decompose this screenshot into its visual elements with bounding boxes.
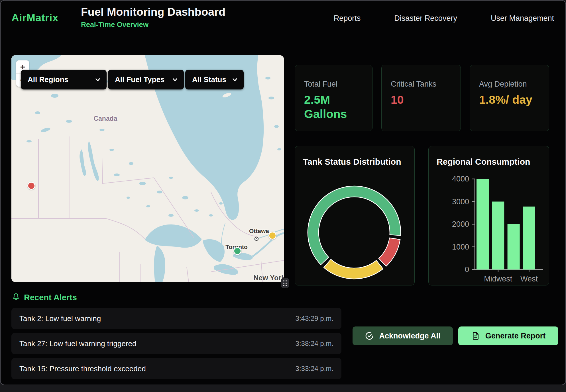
fuel-type-filter-dropdown[interactable]: All Fuel Types [108, 70, 184, 89]
generate-report-label: Generate Report [485, 332, 546, 340]
alert-text: Tank 15: Pressure threshold exceeded [19, 364, 146, 373]
chevron-down-icon [95, 77, 101, 83]
tank-status-donut-chart [295, 146, 415, 286]
alert-row[interactable]: Tank 15: Pressure threshold exceeded 3:3… [11, 358, 341, 379]
dashboard-window: AirMatrix Fuel Monitoring Dashboard Real… [0, 0, 566, 385]
map-label-new-york: New York [253, 274, 284, 282]
page-subtitle: Real-Time Overview [81, 21, 225, 29]
donut-segment-warning [324, 259, 383, 279]
region-filter-value: All Regions [28, 75, 68, 84]
bar-3 [523, 207, 535, 270]
stat-card-total-fuel: Total Fuel 2.5M Gallons [295, 65, 372, 131]
brand-logo: AirMatrix [11, 12, 58, 24]
chart-title: Tank Status Distribution [303, 157, 401, 167]
y-axis-tick-label: 1000 [452, 243, 469, 251]
x-axis-tick-label: West [520, 275, 538, 283]
regional-consumption-chart-card: Regional Consumption 01000200030004000Mi… [428, 146, 549, 285]
y-axis-tick-label: 2000 [452, 220, 469, 228]
alert-text: Tank 2: Low fuel warning [19, 314, 101, 323]
generate-report-button[interactable]: Generate Report [458, 326, 558, 345]
alert-row[interactable]: Tank 2: Low fuel warning 3:43:29 p.m. [11, 308, 341, 329]
stat-value: 2.5M Gallons [304, 93, 364, 121]
alert-time: 3:43:29 p.m. [296, 315, 333, 322]
bar-0 [477, 179, 489, 270]
alert-time: 3:38:24 p.m. [296, 340, 333, 348]
tank-marker-critical[interactable] [27, 182, 35, 190]
stat-value: 1.8%/ day [479, 93, 540, 107]
y-axis-tick-label: 0 [465, 265, 469, 274]
status-filter-dropdown[interactable]: All Status [185, 70, 244, 89]
stat-label: Critical Tanks [391, 80, 452, 89]
stat-label: Total Fuel [304, 80, 364, 89]
donut-segment-critical [379, 238, 400, 266]
chevron-down-icon [232, 77, 238, 83]
chevron-down-icon [172, 77, 178, 83]
regional-consumption-bar-chart: 01000200030004000MidwestWest [429, 146, 549, 286]
tank-marker-normal[interactable] [233, 247, 241, 255]
tank-marker-warning[interactable] [268, 232, 276, 240]
tank-status-chart-card: Tank Status Distribution [295, 146, 415, 285]
map-label-ottawa: Ottawa [249, 228, 269, 234]
stat-label: Avg Depletion [479, 80, 540, 89]
y-axis-tick-label: 3000 [452, 197, 469, 206]
alert-row[interactable]: Tank 27: Low fuel warning triggered 3:38… [11, 333, 341, 354]
alert-text: Tank 27: Low fuel warning triggered [19, 339, 136, 348]
y-axis-tick-label: 4000 [452, 175, 469, 183]
check-circle-icon [365, 331, 374, 340]
acknowledge-all-label: Acknowledge All [379, 332, 440, 340]
x-axis-tick-label: Midwest [484, 275, 512, 283]
map-canvas[interactable]: Canada Ottawa Toronto New York + − All R… [11, 55, 284, 282]
ottawa-town-dot [256, 238, 257, 239]
stat-card-critical-tanks: Critical Tanks 10 [381, 65, 461, 131]
bar-1 [492, 202, 504, 270]
page-title: Fuel Monitoring Dashboard [81, 6, 225, 18]
nav-item-user-management[interactable]: User Management [491, 14, 554, 23]
alerts-heading: Recent Alerts [24, 293, 77, 302]
acknowledge-all-button[interactable]: Acknowledge All [353, 326, 453, 345]
report-document-icon [471, 331, 480, 340]
status-filter-value: All Status [192, 75, 226, 84]
region-filter-dropdown[interactable]: All Regions [21, 70, 107, 89]
chart-title: Regional Consumption [437, 157, 530, 167]
main-nav: Reports Disaster Recovery User Managemen… [334, 1, 554, 36]
stat-card-avg-depletion: Avg Depletion 1.8%/ day [470, 65, 549, 131]
map-label-country: Canada [93, 115, 117, 122]
title-block: Fuel Monitoring Dashboard Real-Time Over… [81, 6, 225, 29]
nav-item-reports[interactable]: Reports [334, 14, 361, 23]
bar-2 [508, 224, 520, 270]
stat-value: 10 [391, 93, 452, 107]
nav-item-disaster-recovery[interactable]: Disaster Recovery [394, 14, 457, 23]
alert-time: 3:33:24 p.m. [296, 365, 333, 373]
fuel-type-filter-value: All Fuel Types [115, 75, 164, 84]
map-resize-grip-icon[interactable] [281, 278, 289, 288]
bell-icon [11, 292, 21, 302]
